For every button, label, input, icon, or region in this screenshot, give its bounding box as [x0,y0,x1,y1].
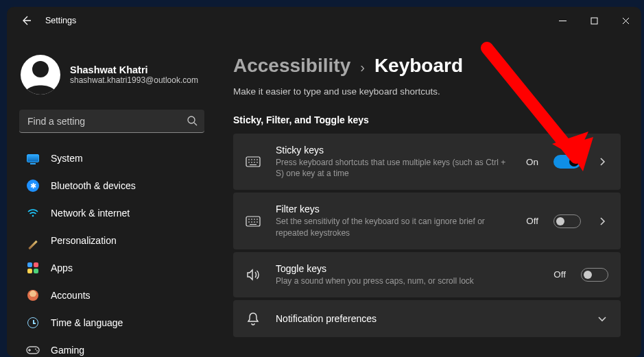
sticky-keys-row[interactable]: Sticky keys Press keyboard shortcuts tha… [233,134,621,190]
monitor-icon [26,151,40,165]
chevron-right-icon[interactable] [596,217,608,226]
svg-point-5 [35,349,36,350]
user-name: Shashwat Khatri [70,64,198,75]
main-pane: Accessibility › Keyboard Make it easier … [213,34,641,357]
toggle-state-label: On [526,157,538,167]
setting-desc: Set the sensitivity of the keyboard so i… [276,216,511,238]
clock-icon [26,316,40,330]
breadcrumb-current: Keyboard [374,55,463,77]
sidebar-item-network[interactable]: Network & internet [19,200,204,226]
search-input[interactable] [19,110,204,133]
breadcrumb: Accessibility › Keyboard [233,55,621,77]
sidebar-item-label: Bluetooth & devices [51,180,136,191]
titlebar: Settings [7,7,641,34]
svg-point-1 [32,61,49,77]
page-subtitle: Make it easier to type and use keyboard … [233,86,621,97]
user-email: shashwat.khatri1993@outlook.com [70,75,198,85]
chevron-right-icon: › [360,60,365,75]
sidebar-item-apps[interactable]: Apps [19,255,204,281]
svg-point-3 [32,215,34,217]
sidebar-item-system[interactable]: System [19,145,204,171]
toggle-state-label: Off [526,216,538,226]
sidebar-item-label: Network & internet [51,208,130,219]
setting-desc: Play a sound when you press caps, num, o… [276,275,523,286]
sidebar-item-accounts[interactable]: Accounts [19,282,204,308]
paintbrush-icon [26,234,40,247]
sidebar-item-personalization[interactable]: Personalization [19,227,204,254]
sidebar-item-label: Apps [51,262,73,273]
toggle-state-label: Off [553,269,566,280]
svg-point-2 [188,116,195,123]
user-block[interactable]: Shashwat Khatri shashwat.khatri1993@outl… [21,55,204,95]
nav-list: System ✱ Bluetooth & devices Network & i… [19,145,204,357]
setting-title: Notification preferences [276,313,581,324]
breadcrumb-parent[interactable]: Accessibility [233,55,350,77]
bluetooth-icon: ✱ [26,179,40,193]
keyboard-icon [246,216,261,227]
sidebar-item-label: Gaming [51,345,84,356]
arrow-left-icon [21,15,32,26]
maximize-icon [591,17,598,25]
svg-point-6 [36,350,38,352]
setting-title: Toggle keys [276,263,538,274]
minimize-icon [559,17,567,25]
sidebar-item-label: Accounts [51,290,91,301]
sidebar-item-label: Personalization [51,235,117,246]
sidebar-item-gaming[interactable]: Gaming [19,337,204,357]
bell-icon [246,312,261,325]
search-box [19,110,204,133]
svg-rect-0 [591,18,597,24]
toggle-keys-toggle[interactable] [581,268,608,282]
sidebar-item-time-language[interactable]: Time & language [19,310,204,336]
wifi-icon [26,206,40,220]
settings-window: Settings Shashwat Khatri shashwat.khatri… [7,7,641,357]
back-button[interactable] [16,11,36,30]
window-controls [547,10,641,32]
toggle-keys-row[interactable]: Toggle keys Play a sound when you press … [233,252,621,297]
setting-title: Filter keys [276,204,511,214]
setting-desc: Press keyboard shortcuts that use multip… [276,157,511,179]
keyboard-icon [246,156,261,167]
sidebar: Shashwat Khatri shashwat.khatri1993@outl… [7,34,213,357]
section-heading: Sticky, Filter, and Toggle keys [233,114,621,125]
avatar [21,55,60,95]
settings-cards: Sticky keys Press keyboard shortcuts tha… [233,134,621,337]
sticky-keys-toggle[interactable] [553,155,581,169]
filter-keys-toggle[interactable] [553,214,581,228]
search-icon [187,115,198,129]
notification-preferences-row[interactable]: Notification preferences [233,300,621,337]
speaker-icon [246,269,261,281]
chevron-down-icon[interactable] [596,315,608,322]
close-icon [622,17,630,25]
sidebar-item-bluetooth[interactable]: ✱ Bluetooth & devices [19,173,204,199]
gamepad-icon [26,343,40,357]
setting-title: Sticky keys [276,145,511,156]
minimize-button[interactable] [547,10,578,32]
sidebar-item-label: System [51,153,83,164]
maximize-button[interactable] [578,10,610,32]
close-button[interactable] [610,10,641,32]
app-title: Settings [45,16,76,25]
person-icon [26,288,40,302]
sidebar-item-label: Time & language [51,317,123,328]
apps-icon [26,261,40,275]
chevron-right-icon[interactable] [596,157,608,167]
filter-keys-row[interactable]: Filter keys Set the sensitivity of the k… [233,193,621,249]
